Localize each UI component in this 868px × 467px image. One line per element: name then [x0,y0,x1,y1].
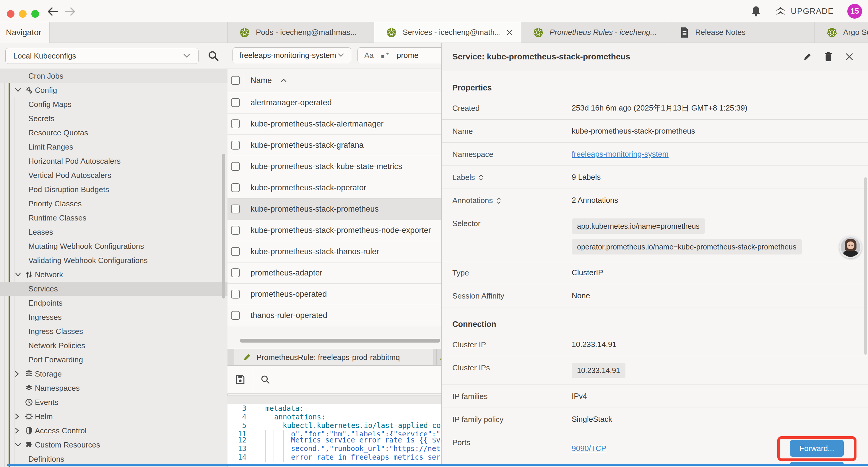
drawer-scrollbar[interactable] [864,177,867,355]
editor-search-icon[interactable] [260,375,270,384]
expand-collapse-icon[interactable] [478,174,483,181]
horizontal-scrollbar[interactable] [240,339,440,343]
code-link[interactable]: https://net [394,444,440,453]
sidebar-item[interactable]: Leases [0,225,227,239]
row-checkbox[interactable] [231,119,240,128]
chevron-right-icon[interactable] [15,371,25,377]
sidebar-item[interactable]: Custom Resources [0,438,227,452]
sidebar-item[interactable]: Vertical Pod Autoscalers [0,168,227,182]
sidebar-item[interactable]: Endpoints [0,296,227,310]
user-avatar[interactable] [839,236,862,258]
sidebar-item[interactable]: Network [0,267,227,282]
back-button[interactable] [47,7,59,16]
chevron-down-icon[interactable] [15,442,25,447]
row-checkbox[interactable] [231,183,240,192]
editor-tab[interactable]: PrometheusRule: freeleaps-prod-rabbitmq [234,349,433,366]
name-column-header[interactable]: Name [251,76,272,85]
window-zoom-button[interactable] [31,10,39,18]
edit-pencil-icon[interactable] [803,52,812,61]
sidebar-item[interactable]: Port Forwarding [0,353,227,367]
row-checkbox[interactable] [231,141,240,150]
cluster-tab[interactable]: Prometheus Rules - icecheng... [521,22,668,42]
sidebar-item[interactable]: Secrets [0,111,227,126]
editor-collapsed-bar[interactable] [227,396,441,404]
table-row[interactable]: prometheus-adapter [227,262,441,284]
namespace-select[interactable]: freeleaps-monitoring-system [232,47,351,63]
navigator-tab[interactable]: Navigator [0,22,50,43]
cluster-tab[interactable]: Release Notes [668,22,815,42]
sidebar-item[interactable]: Events [0,395,227,409]
sidebar-item[interactable]: Ingress Classes [0,324,227,339]
table-row[interactable]: kube-prometheus-stack-prometheus [227,199,441,220]
cluster-tab[interactable]: Argo Se [815,22,868,42]
namespace-link[interactable]: freeleaps-monitoring-system [572,150,669,158]
save-icon[interactable] [235,374,246,385]
row-checkbox[interactable] [231,268,240,277]
sidebar-item[interactable]: Priority Classes [0,197,227,211]
row-checkbox[interactable] [231,247,240,256]
sidebar-item[interactable]: Mutating Webhook Configurations [0,239,227,253]
editor-tab-partial[interactable] [436,349,441,366]
sidebar-item[interactable]: Cron Jobs [0,69,227,83]
sidebar-item[interactable]: Network Policies [0,339,227,353]
table-row[interactable]: prometheus-operated [227,284,441,305]
match-case-toggle[interactable]: Aa [364,51,374,60]
port-link[interactable]: 9090/TCP [572,444,606,453]
forward-button[interactable] [64,7,76,16]
window-close-button[interactable] [7,10,14,18]
sidebar-scrollbar[interactable] [222,154,225,298]
row-checkbox[interactable] [231,226,240,235]
sidebar-item[interactable]: Namespaces [0,381,227,395]
table-row[interactable]: kube-prometheus-stack-operator [227,177,441,199]
sidebar-item[interactable]: Pod Disruption Budgets [0,182,227,197]
sidebar-item[interactable]: Access Control [0,424,227,438]
navigator-search-icon[interactable] [208,50,219,62]
sidebar-item[interactable]: Limit Ranges [0,140,227,154]
forward-button[interactable]: Forward... [790,440,844,457]
custom-resources-puzzle-icon [25,441,35,449]
row-checkbox[interactable] [231,162,240,171]
upgrade-button[interactable]: UPGRADE [775,6,834,16]
sidebar-item[interactable]: Resource Quotas [0,126,227,140]
chevron-down-icon[interactable] [15,88,25,92]
sidebar-item[interactable]: Helm [0,409,227,424]
delete-trash-icon[interactable] [824,52,833,61]
cluster-tab[interactable]: Pods - icecheng@mathmas... [227,22,374,42]
kubeconfig-select[interactable]: Local Kubeconfigs [5,48,198,64]
sidebar-item[interactable]: Horizontal Pod Autoscalers [0,154,227,168]
row-checkbox[interactable] [231,311,240,320]
filter-search-input[interactable]: Aa * prome [358,47,441,63]
tab-label: Release Notes [695,28,746,37]
notifications-bell-icon[interactable] [751,5,761,17]
window-minimize-button[interactable] [19,10,27,18]
sidebar-item[interactable]: Services [0,282,227,296]
table-row[interactable]: kube-prometheus-stack-thanos-ruler [227,241,441,262]
sidebar-item[interactable]: Config [0,83,227,97]
chevron-right-icon[interactable] [15,428,25,434]
notification-count-badge[interactable]: 15 [847,4,862,19]
sidebar-item[interactable]: Ingresses [0,310,227,324]
table-row[interactable]: kube-prometheus-stack-alertmanager [227,114,441,135]
close-drawer-icon[interactable] [845,52,854,61]
expand-collapse-icon[interactable] [496,197,501,205]
sort-ascending-icon[interactable] [280,78,287,83]
row-checkbox[interactable] [231,98,240,107]
cluster-tab[interactable]: Services - icecheng@math... [374,22,521,42]
close-tab-icon[interactable] [506,29,513,36]
sidebar-item[interactable]: Storage [0,367,227,381]
select-all-checkbox[interactable] [231,76,240,85]
yaml-editor[interactable]: 3 metadata: 4 annotations: 5 kubectl.kub… [227,404,441,465]
sidebar-item[interactable]: Runtime Classes [0,211,227,225]
chevron-down-icon[interactable] [15,272,25,277]
table-row[interactable]: kube-prometheus-stack-kube-state-metrics [227,156,441,177]
table-row[interactable]: alertmanager-operated [227,92,441,114]
sidebar-item[interactable]: Validating Webhook Configurations [0,253,227,267]
table-row[interactable]: thanos-ruler-operated [227,305,441,326]
sidebar-item[interactable]: Config Maps [0,97,227,111]
table-row[interactable]: kube-prometheus-stack-grafana [227,135,441,156]
row-checkbox[interactable] [231,290,240,298]
table-row[interactable]: kube-prometheus-stack-prometheus-node-ex… [227,220,441,241]
chevron-right-icon[interactable] [15,413,25,420]
row-checkbox[interactable] [231,205,240,213]
regex-toggle[interactable]: * [381,51,389,60]
